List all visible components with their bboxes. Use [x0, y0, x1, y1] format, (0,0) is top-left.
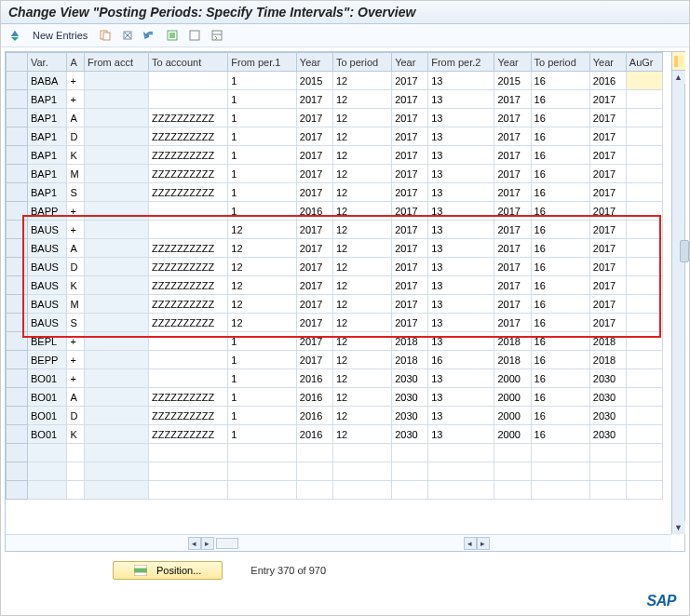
cell-year1[interactable]: 2016: [296, 407, 332, 425]
cell-year3[interactable]: 2017: [494, 165, 531, 183]
cell-from-acct[interactable]: [85, 109, 149, 127]
cell-var[interactable]: BAPP: [27, 202, 66, 221]
cell-to-period1[interactable]: 12: [332, 425, 391, 444]
row-select-button[interactable]: [7, 72, 28, 90]
cell-var[interactable]: BAP1: [27, 90, 66, 109]
cell-from-per1[interactable]: 1: [228, 388, 297, 407]
row-select-button[interactable]: [7, 109, 28, 127]
cell-augr[interactable]: [626, 332, 662, 351]
cell-to-period1[interactable]: 12: [332, 90, 391, 109]
row-select-button[interactable]: [7, 332, 28, 351]
cell-year2[interactable]: 2017: [392, 72, 428, 90]
row-select-button[interactable]: [7, 165, 28, 183]
cell-to-period2[interactable]: 16: [531, 72, 589, 90]
vertical-scrollbar[interactable]: ▲ ▼: [671, 52, 684, 534]
empty-cell[interactable]: [149, 462, 228, 481]
cell-a[interactable]: D: [67, 407, 85, 425]
col-year3[interactable]: Year: [494, 53, 531, 72]
cell-to-acct[interactable]: ZZZZZZZZZZ: [149, 388, 228, 407]
col-from-per1[interactable]: From per.1: [228, 53, 297, 72]
cell-from-per2[interactable]: 13: [428, 202, 494, 221]
empty-cell[interactable]: [332, 444, 391, 462]
cell-year1[interactable]: 2017: [296, 332, 332, 351]
cell-a[interactable]: A: [67, 109, 85, 127]
cell-year1[interactable]: 2017: [296, 183, 332, 202]
empty-cell[interactable]: [589, 481, 626, 500]
row-select-button[interactable]: [7, 407, 28, 425]
cell-to-period1[interactable]: 12: [332, 314, 391, 332]
cell-year4[interactable]: 2017: [589, 90, 626, 109]
empty-cell[interactable]: [494, 481, 531, 500]
empty-cell[interactable]: [428, 444, 494, 462]
cell-to-acct[interactable]: [149, 332, 228, 351]
cell-year1[interactable]: 2017: [296, 221, 332, 239]
cell-a[interactable]: S: [67, 183, 85, 202]
cell-to-acct[interactable]: ZZZZZZZZZZ: [149, 165, 228, 183]
cell-year3[interactable]: 2017: [494, 183, 531, 202]
row-select-button[interactable]: [7, 127, 28, 146]
cell-var[interactable]: BAUS: [27, 221, 66, 239]
empty-cell[interactable]: [149, 444, 228, 462]
cell-var[interactable]: BABA: [27, 72, 66, 90]
cell-year2[interactable]: 2017: [392, 239, 428, 258]
cell-to-period2[interactable]: 16: [531, 276, 589, 295]
cell-year3[interactable]: 2000: [494, 425, 531, 444]
empty-cell[interactable]: [428, 481, 494, 500]
cell-to-period2[interactable]: 16: [531, 127, 589, 146]
cell-to-acct[interactable]: [149, 202, 228, 221]
cell-year4[interactable]: 2018: [589, 351, 626, 369]
empty-cell[interactable]: [494, 444, 531, 462]
cell-from-per2[interactable]: 13: [428, 127, 494, 146]
cell-year2[interactable]: 2017: [392, 314, 428, 332]
cell-from-acct[interactable]: [85, 183, 149, 202]
cell-from-acct[interactable]: [85, 202, 149, 221]
cell-to-acct[interactable]: ZZZZZZZZZZ: [149, 239, 228, 258]
cell-from-per1[interactable]: 1: [228, 202, 297, 221]
cell-to-acct[interactable]: ZZZZZZZZZZ: [149, 407, 228, 425]
cell-year2[interactable]: 2030: [392, 407, 428, 425]
cell-var[interactable]: BAP1: [27, 183, 66, 202]
row-select-button[interactable]: [7, 239, 28, 258]
cell-year1[interactable]: 2017: [296, 295, 332, 314]
cell-year4[interactable]: 2016: [589, 72, 626, 90]
cell-to-period2[interactable]: 16: [531, 202, 589, 221]
row-select-header[interactable]: [7, 53, 28, 72]
cell-to-period2[interactable]: 16: [531, 295, 589, 314]
row-select-button[interactable]: [7, 146, 28, 165]
cell-to-period1[interactable]: 12: [332, 388, 391, 407]
cell-from-per1[interactable]: 1: [228, 90, 297, 109]
cell-to-acct[interactable]: ZZZZZZZZZZ: [149, 146, 228, 165]
cell-year2[interactable]: 2018: [392, 351, 428, 369]
cell-year3[interactable]: 2000: [494, 407, 531, 425]
cell-a[interactable]: +: [67, 332, 85, 351]
row-select-button[interactable]: [7, 388, 28, 407]
cell-to-period2[interactable]: 16: [531, 388, 589, 407]
cell-year2[interactable]: 2017: [392, 221, 428, 239]
cell-year2[interactable]: 2017: [392, 276, 428, 295]
cell-augr[interactable]: [626, 425, 662, 444]
empty-cell[interactable]: [428, 462, 494, 481]
row-select-button[interactable]: [7, 425, 28, 444]
cell-from-acct[interactable]: [85, 369, 149, 388]
cell-to-period2[interactable]: 16: [531, 332, 589, 351]
empty-cell[interactable]: [296, 444, 332, 462]
cell-augr[interactable]: [626, 90, 662, 109]
row-select-button[interactable]: [7, 276, 28, 295]
cell-year2[interactable]: 2017: [392, 146, 428, 165]
cell-augr[interactable]: [626, 314, 662, 332]
col-from-acct[interactable]: From acct: [85, 53, 149, 72]
cell-to-period2[interactable]: 16: [531, 425, 589, 444]
cell-from-per2[interactable]: 13: [428, 425, 494, 444]
empty-cell[interactable]: [67, 481, 85, 500]
cell-year3[interactable]: 2017: [494, 258, 531, 276]
cell-to-period1[interactable]: 12: [332, 276, 391, 295]
cell-year1[interactable]: 2017: [296, 276, 332, 295]
cell-from-per1[interactable]: 1: [228, 72, 297, 90]
empty-cell[interactable]: [228, 444, 297, 462]
row-select-button[interactable]: [7, 369, 28, 388]
cell-from-acct[interactable]: [85, 332, 149, 351]
cell-augr[interactable]: [626, 258, 662, 276]
cell-a[interactable]: +: [67, 72, 85, 90]
row-select-button[interactable]: [7, 258, 28, 276]
cell-from-per2[interactable]: 13: [428, 90, 494, 109]
